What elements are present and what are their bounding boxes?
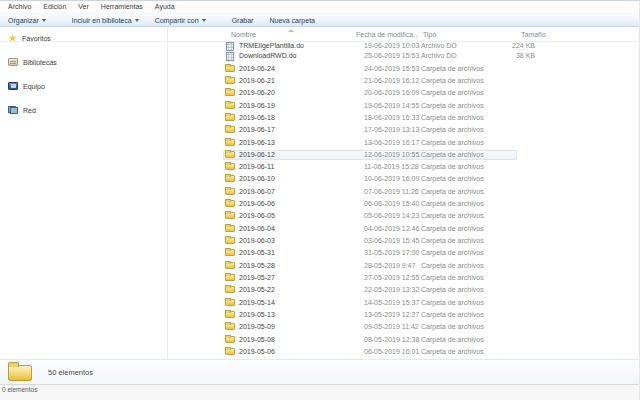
file-name: 2019-05-28 (239, 261, 275, 272)
file-date-modified: 09-05-2019 11:42 (364, 322, 419, 333)
file-row[interactable]: 2019-06-1010-06-2019 16:09Carpeta de arc… (168, 174, 639, 184)
file-row[interactable]: 2019-06-2020-06-2019 16:09Carpeta de arc… (168, 88, 639, 98)
file-type: Carpeta de archivos (421, 298, 484, 309)
menu-item-ver[interactable]: Ver (72, 1, 95, 13)
file-row[interactable]: 2019-06-2424-06-2019 15:53Carpeta de arc… (168, 64, 639, 74)
file-row[interactable]: 2019-06-1818-06-2019 16:33Carpeta de arc… (168, 113, 639, 123)
file-type: Carpeta de archivos (421, 125, 484, 136)
file-name: TRMEligePlantilla.do (239, 41, 304, 52)
file-name: 2019-06-03 (239, 236, 275, 247)
header-divider (0, 41, 639, 42)
file-name: 2019-06-12 (239, 150, 275, 161)
file-name: 2019-06-13 (239, 138, 275, 149)
file-list: TRMEligePlantilla.do19-06-2019 10:03Arch… (168, 41, 639, 359)
status-bar: 0 elementos (0, 384, 639, 400)
file-row[interactable]: 2019-05-0606-05-2019 16:01Carpeta de arc… (168, 347, 639, 357)
folder-icon (225, 274, 235, 281)
file-type: Carpeta de archivos (421, 162, 484, 173)
file-row[interactable]: 2019-06-0303-06-2019 15:45Carpeta de arc… (168, 236, 639, 246)
file-name: 2019-05-14 (239, 298, 275, 309)
menu-item-archivo[interactable]: Archivo (2, 1, 37, 13)
folder-icon (225, 212, 235, 219)
toolbar-button-compartir-con[interactable]: Compartir con (150, 16, 211, 25)
column-header-size[interactable]: Tamaño (521, 27, 546, 42)
file-row[interactable]: DownloadRWD.do25-06-2019 15:53Archivo DO… (168, 51, 639, 61)
explorer-window: ArchivoEdiciónVerHerramientasAyuda Organ… (0, 0, 640, 400)
file-name: 2019-06-07 (239, 187, 275, 198)
file-type: Carpeta de archivos (421, 285, 484, 296)
file-row[interactable]: 2019-05-3131-05-2019 17:00Carpeta de arc… (168, 248, 639, 258)
menu-item-edici-n[interactable]: Edición (37, 1, 72, 13)
toolbar-button-incluir-en-biblioteca[interactable]: Incluir en biblioteca (67, 16, 144, 25)
menu-item-herramientas[interactable]: Herramientas (95, 1, 149, 13)
file-row[interactable]: 2019-06-0707-06-2019 11:26Carpeta de arc… (168, 187, 639, 197)
network-icon (8, 106, 18, 114)
file-type: Carpeta de archivos (421, 273, 484, 284)
file-row[interactable]: 2019-06-1212-06-2019 10:55Carpeta de arc… (168, 150, 639, 160)
file-type: Carpeta de archivos (421, 150, 484, 161)
file-type: Carpeta de archivos (421, 211, 484, 222)
file-type: Carpeta de archivos (421, 261, 484, 272)
file-name: 2019-05-06 (239, 347, 275, 358)
folder-icon (225, 102, 235, 109)
toolbar-button-label: Compartir con (155, 17, 199, 24)
file-row[interactable]: 2019-05-0808-05-2019 12:38Carpeta de arc… (168, 335, 639, 345)
file-row[interactable]: 2019-05-1313-05-2019 12:27Carpeta de arc… (168, 310, 639, 320)
file-date-modified: 21-06-2019 16:12 (364, 76, 419, 87)
column-header-row: Nombre Fecha de modifica... Tipo Tamaño (168, 27, 639, 41)
column-header-type[interactable]: Tipo (423, 27, 436, 42)
file-row[interactable]: 2019-05-2727-05-2019 12:55Carpeta de arc… (168, 273, 639, 283)
toolbar-button-grabar[interactable]: Grabar (227, 16, 259, 25)
file-row[interactable]: 2019-06-1313-06-2019 16:17Carpeta de arc… (168, 138, 639, 148)
folder-icon (225, 139, 235, 146)
file-row[interactable]: 2019-05-1414-05-2019 15:37Carpeta de arc… (168, 298, 639, 308)
do-file-icon (226, 52, 234, 61)
file-type: Carpeta de archivos (421, 101, 484, 112)
file-name: 2019-06-04 (239, 224, 275, 235)
sidebar-item-favoritos[interactable]: Favoritos (0, 32, 167, 44)
file-name: 2019-06-10 (239, 174, 275, 185)
file-name: 2019-06-18 (239, 113, 275, 124)
file-name: 2019-06-20 (239, 88, 275, 99)
file-date-modified: 13-05-2019 12:27 (364, 310, 419, 321)
toolbar-button-nueva-carpeta[interactable]: Nueva carpeta (264, 16, 320, 25)
file-date-modified: 14-05-2019 15:37 (364, 298, 419, 309)
file-row[interactable]: 2019-06-1111-06-2019 15:28Carpeta de arc… (168, 162, 639, 172)
file-date-modified: 13-06-2019 16:17 (364, 138, 419, 149)
file-name: 2019-06-21 (239, 76, 275, 87)
file-row[interactable]: 2019-06-0606-06-2019 15:40Carpeta de arc… (168, 199, 639, 209)
file-row[interactable]: 2019-05-2828-05-2019 9:47Carpeta de arch… (168, 261, 639, 271)
sidebar-item-bibliotecas[interactable]: Bibliotecas (0, 56, 167, 68)
folder-icon (8, 365, 32, 381)
file-row[interactable]: 2019-06-2121-06-2019 16:12Carpeta de arc… (168, 76, 639, 86)
file-date-modified: 04-06-2019 12:46 (364, 224, 419, 235)
file-row[interactable]: 2019-06-1717-06-2019 13:13Carpeta de arc… (168, 125, 639, 135)
folder-icon (225, 311, 235, 318)
sidebar-item-equipo[interactable]: Equipo (0, 80, 167, 92)
menu-item-ayuda[interactable]: Ayuda (149, 1, 181, 13)
file-list-pane: Nombre Fecha de modifica... Tipo Tamaño … (168, 27, 639, 359)
file-row[interactable]: 2019-06-0505-06-2019 14:23Carpeta de arc… (168, 211, 639, 221)
file-row[interactable]: 2019-06-1919-06-2019 14:55Carpeta de arc… (168, 101, 639, 111)
file-row[interactable]: 2019-05-0909-05-2019 11:42Carpeta de arc… (168, 322, 639, 332)
folder-icon (225, 175, 235, 182)
file-type: Carpeta de archivos (421, 88, 484, 99)
file-date-modified: 06-06-2019 15:40 (364, 199, 419, 210)
file-row[interactable]: TRMEligePlantilla.do19-06-2019 10:03Arch… (168, 41, 639, 51)
folder-icon (225, 262, 235, 269)
folder-icon (225, 286, 235, 293)
file-name: 2019-06-19 (239, 101, 275, 112)
sort-ascending-icon (288, 29, 294, 32)
file-date-modified: 22-05-2019 13:32 (364, 285, 419, 296)
column-header-name[interactable]: Nombre (231, 27, 256, 42)
file-type: Carpeta de archivos (421, 236, 484, 247)
item-count-label: 50 elementos (48, 368, 93, 377)
file-type: Carpeta de archivos (421, 248, 484, 259)
toolbar-button-organizar[interactable]: Organizar (3, 16, 51, 25)
file-row[interactable]: 2019-06-0404-06-2019 12:46Carpeta de arc… (168, 224, 639, 234)
sidebar-item-red[interactable]: Red (0, 104, 167, 116)
folder-icon (225, 126, 235, 133)
column-header-date-modified[interactable]: Fecha de modifica... (356, 27, 419, 42)
file-name: 2019-06-11 (239, 162, 274, 173)
file-row[interactable]: 2019-05-2222-05-2019 13:32Carpeta de arc… (168, 285, 639, 295)
